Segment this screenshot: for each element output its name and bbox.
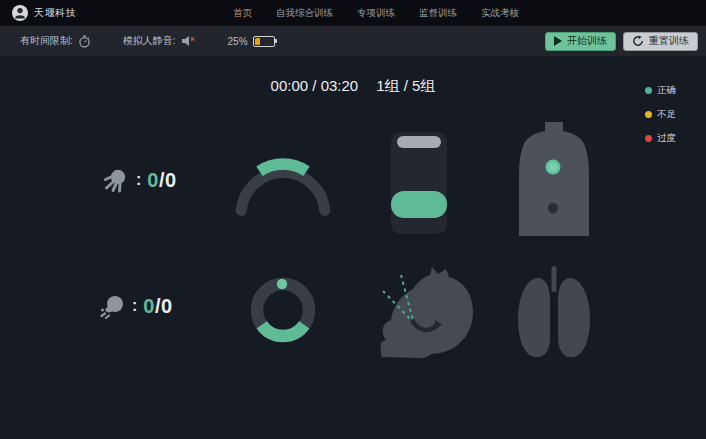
- ventilation-volume-gauge: [245, 272, 321, 348]
- colon: :: [136, 171, 141, 189]
- speaker-muted-icon: [181, 35, 196, 47]
- legend: 正确 不足 过度: [645, 84, 676, 156]
- ventilation-count-current: 0: [143, 295, 155, 317]
- toolbar: 有时间限制: 模拟人静音: 25%: [0, 26, 706, 56]
- brand: 天堰科技: [12, 5, 76, 21]
- reset-training-button[interactable]: 重置训练: [623, 32, 698, 51]
- legend-item-correct: 正确: [645, 84, 676, 96]
- compression-count-stat: : 0/0: [103, 167, 177, 193]
- lungs-indicator: [514, 266, 594, 360]
- reset-button-label: 重置训练: [649, 34, 689, 48]
- nav-item-special-training[interactable]: 专项训练: [357, 7, 395, 20]
- green-dot-icon: [645, 87, 652, 94]
- colon: :: [132, 297, 137, 315]
- nav-item-exam[interactable]: 实战考核: [481, 7, 519, 20]
- legend-label-insufficient: 不足: [657, 108, 676, 121]
- red-dot-icon: [645, 135, 652, 142]
- battery-fill: [255, 38, 260, 45]
- battery-status: 25%: [228, 36, 275, 47]
- legend-item-excessive: 过度: [645, 132, 676, 144]
- yellow-dot-icon: [645, 111, 652, 118]
- start-training-button[interactable]: 开始训练: [545, 32, 616, 51]
- time-limit-label: 有时间限制:: [20, 34, 73, 48]
- top-nav-bar: 天堰科技 首页 自我综合训练 专项训练 监督训练 实战考核: [0, 0, 706, 26]
- torso-hand-position-indicator: [512, 122, 596, 236]
- reset-icon: [632, 35, 644, 47]
- mute-label: 模拟人静音:: [123, 34, 176, 48]
- time-limit-setting[interactable]: 有时间限制:: [20, 34, 91, 48]
- compression-count-value: 0/0: [147, 169, 176, 192]
- depth-target-zone: [391, 191, 447, 218]
- ventilation-count-stat: : 0/0: [99, 293, 173, 319]
- battery-icon: [253, 36, 275, 47]
- session-timer: 00:00 / 03:20: [271, 77, 359, 96]
- ventilation-count-value: 0/0: [143, 295, 172, 318]
- hand-icon: [103, 167, 129, 193]
- session-status: 00:00 / 03:20 1组 / 5组: [0, 77, 706, 96]
- depth-position-marker: [397, 136, 441, 148]
- compression-depth-indicator: [391, 132, 447, 234]
- compression-count-current: 0: [147, 169, 159, 191]
- legend-item-insufficient: 不足: [645, 108, 676, 120]
- brand-logo-icon: [12, 5, 28, 21]
- play-icon: [554, 36, 562, 46]
- head-tilt-airway-indicator: [372, 262, 477, 362]
- start-button-label: 开始训练: [567, 34, 607, 48]
- legend-label-excessive: 过度: [657, 132, 676, 145]
- ventilation-count-total: /0: [155, 295, 173, 317]
- stopwatch-icon: [78, 35, 91, 48]
- nav-item-supervised-training[interactable]: 监督训练: [419, 7, 457, 20]
- battery-percent: 25%: [228, 36, 248, 47]
- compression-count-total: /0: [159, 169, 177, 191]
- battery-nub: [275, 39, 277, 43]
- manikin-mute-setting[interactable]: 模拟人静音:: [123, 34, 196, 48]
- nav-item-home[interactable]: 首页: [233, 7, 252, 20]
- nav-item-self-training[interactable]: 自我综合训练: [276, 7, 333, 20]
- face-breath-icon: [99, 293, 125, 319]
- cpr-training-app: 天堰科技 首页 自我综合训练 专项训练 监督训练 实战考核 有时间限制: 模拟人…: [0, 0, 706, 439]
- compression-rate-gauge: [228, 148, 338, 218]
- legend-label-correct: 正确: [657, 84, 676, 97]
- main-nav: 首页 自我综合训练 专项训练 监督训练 实战考核: [233, 0, 519, 26]
- brand-name: 天堰科技: [34, 6, 76, 20]
- session-groups: 1组 / 5组: [376, 77, 435, 96]
